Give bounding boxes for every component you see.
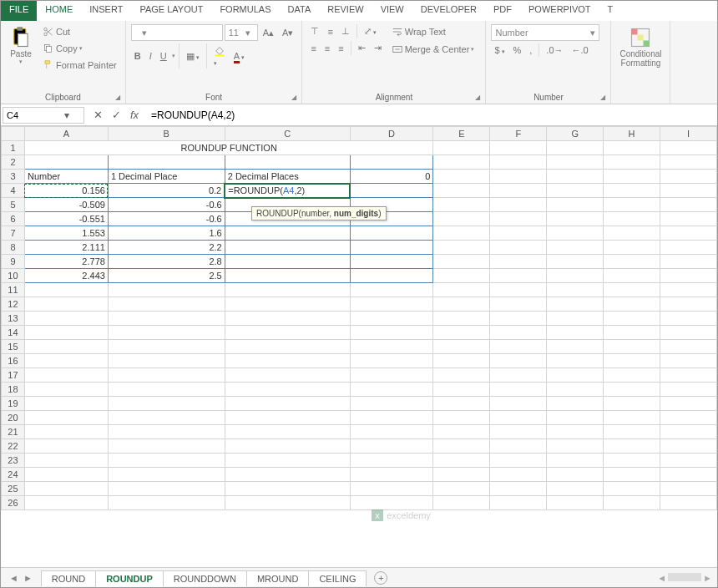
cell[interactable]: 2 Decimal Places (225, 170, 350, 184)
row-header[interactable]: 23 (2, 454, 25, 468)
tab-insert[interactable]: INSERT (81, 1, 131, 21)
col-header-A[interactable]: A (24, 127, 108, 141)
cell-A4[interactable]: 0.156 (24, 184, 108, 198)
sheet-nav-next[interactable]: ► (22, 573, 34, 583)
name-box-input[interactable] (3, 110, 60, 120)
tab-home[interactable]: HOME (37, 1, 81, 21)
tab-data[interactable]: DATA (280, 1, 320, 21)
tab-page-layout[interactable]: PAGE LAYOUT (131, 1, 211, 21)
cell[interactable]: 2.111 (24, 241, 108, 255)
row-header[interactable]: 18 (2, 383, 25, 397)
accounting-format-button[interactable]: $ ▾ (491, 43, 508, 57)
cancel-formula-button[interactable]: ✕ (89, 109, 106, 121)
increase-indent-button[interactable]: ⇥ (371, 41, 385, 55)
row-header[interactable]: 25 (2, 482, 25, 496)
row-header[interactable]: 24 (2, 468, 25, 482)
tab-view[interactable]: VIEW (372, 1, 412, 21)
font-dialog-launcher[interactable]: ◢ (291, 94, 296, 101)
cell[interactable]: 1.553 (24, 226, 108, 241)
format-painter-button[interactable]: Format Painter (39, 58, 120, 73)
cell[interactable]: 2.8 (108, 255, 225, 269)
cell[interactable] (350, 184, 433, 198)
cell[interactable]: -0.6 (108, 198, 225, 212)
underline-button[interactable]: U (157, 49, 170, 63)
merge-center-button[interactable]: Merge & Center ▾ (388, 42, 478, 57)
decrease-decimal-button[interactable]: ←.0 (569, 43, 592, 57)
cell[interactable]: 2.443 (24, 269, 108, 283)
col-header-H[interactable]: H (604, 127, 660, 141)
conditional-formatting-button[interactable]: Conditional Formatting (616, 24, 665, 69)
name-box-dropdown[interactable]: ▾ (60, 109, 73, 121)
row-header[interactable]: 12 (2, 297, 25, 312)
font-size-combo[interactable]: 11▾ (225, 24, 258, 41)
cell[interactable]: 2.5 (108, 269, 225, 283)
cell[interactable]: -0.551 (24, 212, 108, 226)
align-right-button[interactable]: ≡ (335, 42, 346, 55)
select-all-corner[interactable] (2, 127, 25, 141)
border-button[interactable]: ▦ ▾ (183, 49, 203, 63)
row-header[interactable]: 14 (2, 326, 25, 340)
row-header[interactable]: 16 (2, 354, 25, 368)
accept-formula-button[interactable]: ✓ (108, 109, 124, 121)
fx-button[interactable]: fx (126, 109, 143, 121)
tab-truncated[interactable]: T (599, 1, 622, 21)
decrease-font-button[interactable]: A▾ (279, 26, 296, 40)
italic-button[interactable]: I (146, 49, 155, 63)
sheet-tab[interactable]: ROUND (41, 570, 96, 586)
cell[interactable]: 0.2 (108, 184, 225, 198)
hscroll-track[interactable] (668, 573, 701, 581)
tab-review[interactable]: REVIEW (319, 1, 372, 21)
row-header[interactable]: 1 (2, 141, 25, 155)
tab-powerpivot[interactable]: POWERPIVOT (520, 1, 599, 21)
align-top-button[interactable]: ⊤ (307, 24, 322, 38)
wrap-text-button[interactable]: Wrap Text (388, 24, 478, 39)
row-header[interactable]: 2 (2, 155, 25, 170)
align-left-button[interactable]: ≡ (307, 42, 319, 55)
col-header-F[interactable]: F (490, 127, 547, 141)
row-header[interactable]: 20 (2, 411, 25, 425)
cell[interactable]: 1.6 (108, 226, 225, 241)
copy-button[interactable]: Copy ▾ (39, 41, 120, 56)
col-header-D[interactable]: D (350, 127, 433, 141)
align-middle-button[interactable]: ≡ (324, 25, 336, 38)
fill-color-button[interactable]: ▾ (210, 43, 229, 68)
row-header[interactable]: 17 (2, 368, 25, 383)
name-box[interactable]: ▾ (3, 107, 84, 124)
font-name-combo[interactable]: ▾ (131, 24, 223, 41)
row-header[interactable]: 3 (2, 170, 25, 184)
row-header[interactable]: 10 (2, 269, 25, 283)
percent-format-button[interactable]: % (510, 43, 525, 57)
cell-C4-editing[interactable]: =ROUNDUP(A4,2) (225, 184, 350, 198)
row-header[interactable]: 15 (2, 340, 25, 354)
tab-pdf[interactable]: PDF (485, 1, 520, 21)
sheet-tab[interactable]: MROUND (246, 570, 310, 586)
sheet-tab[interactable]: CEILING (308, 570, 367, 586)
row-header[interactable]: 4 (2, 184, 25, 198)
hscroll-left[interactable]: ◄ (657, 573, 666, 583)
row-header[interactable]: 22 (2, 439, 25, 454)
col-header-I[interactable]: I (660, 127, 717, 141)
row-header[interactable]: 11 (2, 283, 25, 297)
row-header[interactable]: 26 (2, 496, 25, 510)
row-header[interactable]: 19 (2, 397, 25, 411)
increase-decimal-button[interactable]: .0→ (543, 43, 566, 57)
col-header-B[interactable]: B (108, 127, 225, 141)
add-sheet-button[interactable]: + (374, 571, 387, 585)
sheet-tab[interactable]: ROUNDUP (95, 570, 164, 587)
cell[interactable]: 2.2 (108, 241, 225, 255)
tab-file[interactable]: FILE (1, 1, 37, 21)
comma-format-button[interactable]: , (526, 43, 535, 57)
cell[interactable]: -0.6 (108, 212, 225, 226)
grid[interactable]: A B C D E F G H I 1 ROUNDUP FUNCTION 2 3… (1, 126, 717, 567)
row-header[interactable]: 5 (2, 198, 25, 212)
sheet-tab[interactable]: ROUNDDOWN (163, 570, 247, 586)
row-header[interactable]: 21 (2, 425, 25, 439)
row-header[interactable]: 9 (2, 255, 25, 269)
cell[interactable]: 1 Decimal Place (108, 170, 225, 184)
cut-button[interactable]: Cut (39, 24, 120, 39)
align-center-button[interactable]: ≡ (321, 42, 333, 55)
align-bottom-button[interactable]: ⊥ (338, 24, 353, 38)
formula-input[interactable] (146, 109, 717, 121)
bold-button[interactable]: B (131, 49, 144, 63)
row-header[interactable]: 6 (2, 212, 25, 226)
